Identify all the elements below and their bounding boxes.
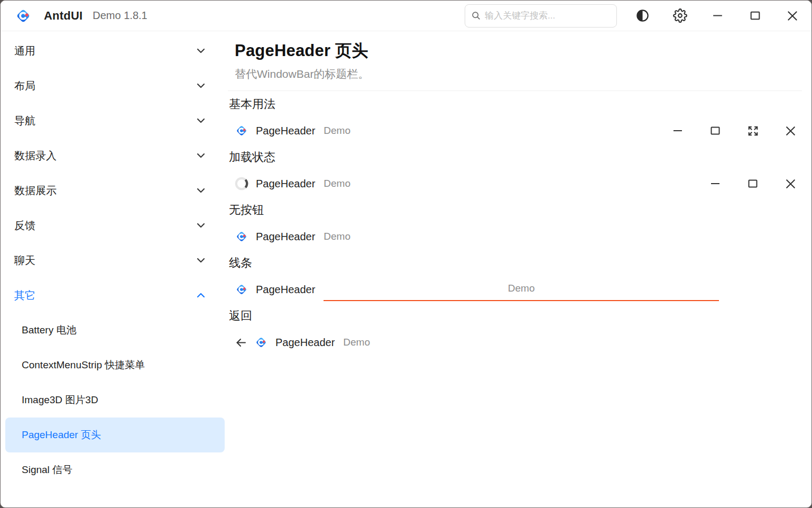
settings-button[interactable] [668,4,691,28]
demo-minimize-button[interactable] [666,119,689,142]
demo-fullscreen-button[interactable] [741,119,764,142]
app-title: AntdUI [44,9,82,23]
demo-subtext: Demo [324,231,350,242]
demo-title: PageHeader [256,231,315,243]
sidebar-group-feedback[interactable]: 反馈 [1,208,228,243]
gear-icon [673,8,687,23]
titlebar: AntdUI Demo 1.8.1 [1,1,811,31]
section-heading-line: 线条 [228,250,802,276]
sidebar-item-pageheader[interactable]: PageHeader 页头 [5,418,225,452]
search-icon [472,11,481,20]
sidebar-group-general[interactable]: 通用 [1,33,228,68]
page-subtitle: 替代WindowBar的标题栏。 [235,67,802,81]
demo-logo-icon [235,230,248,243]
chevron-down-icon [195,115,207,126]
minimize-icon [711,9,724,22]
demo-close-button[interactable] [779,172,802,195]
demo-close-button[interactable] [779,119,802,142]
sidebar-item-label: Image3D 图片3D [22,393,98,407]
maximize-icon [749,9,762,22]
close-icon [786,9,799,23]
section-heading-nobuttons: 无按钮 [228,197,802,223]
pageheader-demo-basic: PageHeader Demo [228,117,802,144]
app-window: AntdUI Demo 1.8.1 [0,0,812,508]
contrast-icon [635,8,650,23]
titlebar-buttons [631,4,804,28]
demo-subtext: Demo [343,337,370,348]
fullscreen-icon [746,124,760,138]
minimize-icon [671,124,684,137]
demo-minimize-button[interactable] [704,172,727,195]
demo-subtext: Demo [324,125,350,137]
chevron-down-icon [195,45,207,57]
window-maximize-button[interactable] [743,4,767,28]
sidebar-item-contextmenustrip[interactable]: ContextMenuStrip 快捷菜单 [1,348,228,383]
sidebar-group-label: 反馈 [14,219,195,233]
demo-maximize-button[interactable] [704,119,727,142]
demo-maximize-button[interactable] [741,172,764,195]
sidebar-item-label: Signal 信号 [22,463,72,477]
chevron-down-icon [195,255,207,266]
section-heading-basic: 基本用法 [228,91,802,117]
section-heading-loading: 加载状态 [228,144,802,170]
sidebar-group-label: 聊天 [14,253,195,268]
loading-spinner-icon [235,177,248,190]
sidebar-group-data-entry[interactable]: 数据录入 [1,138,228,173]
maximize-icon [746,177,759,190]
theme-toggle-button[interactable] [631,4,654,28]
demo-title: PageHeader [256,178,315,190]
demo-back-button[interactable] [235,336,247,349]
sidebar-group-navigation[interactable]: 导航 [1,103,228,138]
content-panel: PageHeader 页头 替代WindowBar的标题栏。 基本用法 Page… [228,31,811,507]
maximize-icon [709,124,722,137]
demo-window-buttons [666,119,802,142]
pageheader-demo-back: PageHeader Demo [228,329,802,356]
back-arrow-icon [235,336,247,349]
sidebar-group-chat[interactable]: 聊天 [1,243,228,278]
sidebar-item-image3d[interactable]: Image3D 图片3D [1,383,228,418]
app-logo-icon [14,7,32,25]
sidebar-item-battery[interactable]: Battery 电池 [1,313,228,348]
chevron-down-icon [195,80,207,92]
demo-window-buttons [704,172,802,195]
sidebar-group-label: 数据录入 [14,149,195,163]
search-box[interactable] [465,4,617,28]
sidebar-group-other[interactable]: 其它 [1,278,228,313]
sidebar-item-signal[interactable]: Signal 信号 [1,452,228,487]
pageheader-demo-loading: PageHeader Demo [228,170,802,197]
close-icon [784,177,797,190]
sidebar-group-label: 导航 [14,114,195,128]
sidebar-group-data-display[interactable]: 数据展示 [1,173,228,208]
demo-title: PageHeader [256,125,315,137]
close-icon [784,124,797,138]
demo-subtext: Demo [508,283,535,294]
sidebar-item-label: Battery 电池 [22,323,76,337]
demo-title: PageHeader [275,337,335,349]
demo-logo-icon [235,283,248,296]
pageheader-demo-line: PageHeader Demo [228,276,802,303]
sidebar-group-label: 通用 [14,44,195,58]
demo-logo-icon [254,335,268,349]
section-heading-back: 返回 [228,303,802,329]
page-title: PageHeader 页头 [235,40,802,62]
sidebar: 通用 布局 导航 数据录入 数据展示 反馈 [1,31,228,507]
sidebar-group-layout[interactable]: 布局 [1,68,228,103]
sidebar-group-label: 数据展示 [14,184,195,198]
window-minimize-button[interactable] [706,4,729,28]
sidebar-item-label: ContextMenuStrip 快捷菜单 [22,358,145,372]
demo-logo-icon [235,124,248,138]
minimize-icon [709,177,722,190]
page-head: PageHeader 页头 替代WindowBar的标题栏。 [228,31,802,81]
chevron-up-icon [195,289,207,301]
sidebar-item-label: PageHeader 页头 [22,428,101,442]
pageheader-demo-nobuttons: PageHeader Demo [228,223,802,250]
sidebar-group-label: 布局 [14,79,195,93]
demo-subtext: Demo [324,178,350,189]
chevron-down-icon [195,150,207,161]
app-version: Demo 1.8.1 [93,10,147,22]
demo-title: PageHeader [256,284,315,296]
main-layout: 通用 布局 导航 数据录入 数据展示 反馈 [1,31,811,507]
window-close-button[interactable] [781,4,804,28]
chevron-down-icon [195,185,207,196]
search-input[interactable] [485,11,610,21]
